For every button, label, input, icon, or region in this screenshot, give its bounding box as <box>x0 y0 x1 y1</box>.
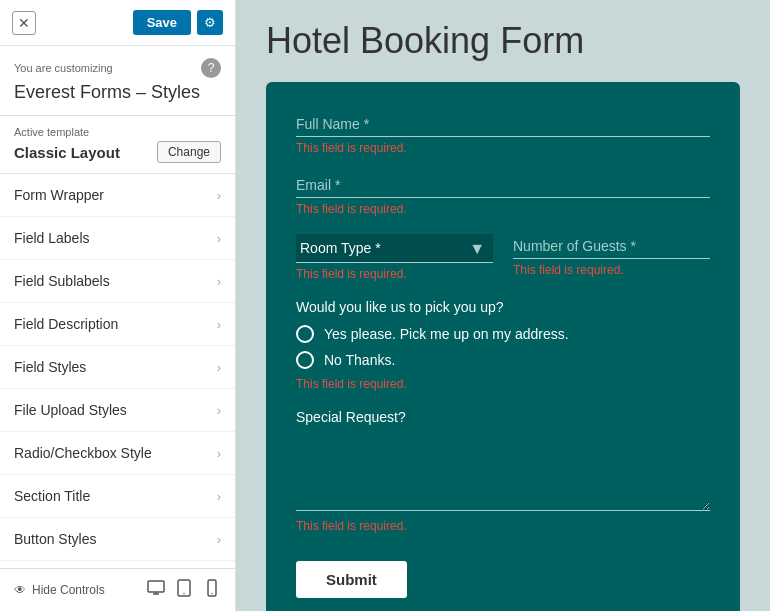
chevron-icon: › <box>217 489 221 504</box>
save-button[interactable]: Save <box>133 10 191 35</box>
radio-yes-label: Yes please. Pick me up on my address. <box>324 326 569 342</box>
change-template-button[interactable]: Change <box>157 141 221 163</box>
chevron-icon: › <box>217 532 221 547</box>
full-name-error: This field is required. <box>296 141 710 155</box>
pickup-radio-group: Would you like us to pick you up? Yes pl… <box>296 299 710 391</box>
pickup-error: This field is required. <box>296 377 710 391</box>
mobile-view-button[interactable] <box>203 579 221 601</box>
radio-no-label: No Thanks. <box>324 352 395 368</box>
room-type-error: This field is required. <box>296 267 493 281</box>
svg-rect-0 <box>148 581 164 592</box>
form-container: This field is required. This field is re… <box>266 82 740 611</box>
customizing-label: You are customizing ? <box>14 58 221 78</box>
customizing-section: You are customizing ? Everest Forms – St… <box>0 46 235 116</box>
chevron-icon: › <box>217 274 221 289</box>
radio-option-yes[interactable]: Yes please. Pick me up on my address. <box>296 325 710 343</box>
menu-item-field-sublabels[interactable]: Field Sublabels › <box>0 260 235 303</box>
menu-item-field-styles[interactable]: Field Styles › <box>0 346 235 389</box>
menu-item-button-styles[interactable]: Button Styles › <box>0 518 235 561</box>
chevron-icon: › <box>217 446 221 461</box>
special-request-textarea[interactable] <box>296 431 710 511</box>
radio-option-no[interactable]: No Thanks. <box>296 351 710 369</box>
close-button[interactable]: ✕ <box>12 11 36 35</box>
menu-item-field-labels[interactable]: Field Labels › <box>0 217 235 260</box>
guests-error: This field is required. <box>513 263 710 277</box>
gear-button[interactable]: ⚙ <box>197 10 223 35</box>
menu-item-form-messages[interactable]: Form Messages › <box>0 561 235 568</box>
full-name-input[interactable] <box>296 112 710 137</box>
email-field: This field is required. <box>296 173 710 216</box>
guests-input[interactable] <box>513 234 710 259</box>
right-panel: Hotel Booking Form This field is require… <box>236 0 770 611</box>
left-panel: ✕ Save ⚙ You are customizing ? Everest F… <box>0 0 236 611</box>
email-input[interactable] <box>296 173 710 198</box>
desktop-view-button[interactable] <box>147 579 165 601</box>
pickup-question: Would you like us to pick you up? <box>296 299 710 315</box>
menu-item-section-title[interactable]: Section Title › <box>0 475 235 518</box>
panel-header: ✕ Save ⚙ <box>0 0 235 46</box>
guests-field: This field is required. <box>513 234 710 281</box>
room-type-select-wrapper: Room Type * Standard Deluxe Suite ▼ <box>296 234 493 263</box>
chevron-icon: › <box>217 317 221 332</box>
special-request-field: Special Request? This field is required. <box>296 409 710 533</box>
active-template-section: Active template Classic Layout Change <box>0 116 235 174</box>
hide-controls-button[interactable]: 👁 Hide Controls <box>14 583 105 597</box>
template-name: Classic Layout <box>14 144 120 161</box>
help-icon[interactable]: ? <box>201 58 221 78</box>
full-name-field: This field is required. <box>296 112 710 155</box>
menu-item-form-wrapper[interactable]: Form Wrapper › <box>0 174 235 217</box>
menu-item-field-description[interactable]: Field Description › <box>0 303 235 346</box>
chevron-icon: › <box>217 188 221 203</box>
panel-footer: 👁 Hide Controls <box>0 568 235 611</box>
email-error: This field is required. <box>296 202 710 216</box>
customizing-title: Everest Forms – Styles <box>14 82 221 103</box>
form-title: Hotel Booking Form <box>266 20 740 62</box>
footer-icons <box>147 579 221 601</box>
special-request-error: This field is required. <box>296 519 710 533</box>
menu-item-file-upload-styles[interactable]: File Upload Styles › <box>0 389 235 432</box>
chevron-icon: › <box>217 231 221 246</box>
svg-point-2 <box>183 593 184 594</box>
tablet-view-button[interactable] <box>175 579 193 601</box>
template-row: Classic Layout Change <box>14 141 221 163</box>
menu-item-radio-checkbox[interactable]: Radio/Checkbox Style › <box>0 432 235 475</box>
chevron-icon: › <box>217 360 221 375</box>
eye-icon: 👁 <box>14 583 26 597</box>
active-template-label: Active template <box>14 126 221 138</box>
room-guests-row: Room Type * Standard Deluxe Suite ▼ This… <box>296 234 710 299</box>
room-type-select[interactable]: Room Type * Standard Deluxe Suite <box>296 234 493 263</box>
menu-list: Form Wrapper › Field Labels › Field Subl… <box>0 174 235 568</box>
radio-circle-yes <box>296 325 314 343</box>
svg-point-4 <box>211 593 212 594</box>
room-type-field: Room Type * Standard Deluxe Suite ▼ This… <box>296 234 493 281</box>
chevron-icon: › <box>217 403 221 418</box>
special-request-label: Special Request? <box>296 409 710 425</box>
submit-button[interactable]: Submit <box>296 561 407 598</box>
radio-circle-no <box>296 351 314 369</box>
